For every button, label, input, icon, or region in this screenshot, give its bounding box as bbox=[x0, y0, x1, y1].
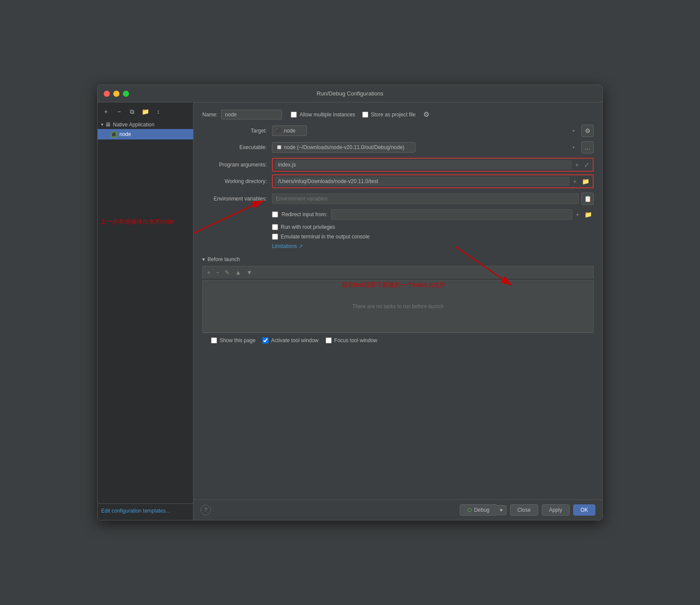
before-launch-toolbar: + − ✎ ▲ ▼ bbox=[202, 266, 594, 279]
env-vars-label: Environment variables: bbox=[202, 196, 272, 202]
ok-button[interactable]: OK bbox=[573, 504, 595, 516]
focus-window-checkbox[interactable] bbox=[326, 337, 332, 343]
redirect-row: Redirect input from: + 📁 bbox=[202, 209, 594, 220]
config-item-node[interactable]: ⬛ node bbox=[98, 129, 193, 139]
run-root-row: Run with root privileges bbox=[202, 224, 594, 230]
program-args-expand-button[interactable]: ⤢ bbox=[582, 160, 591, 169]
program-args-working-dir-section: Program arguments: + ⤢ Working directory… bbox=[202, 158, 594, 188]
traffic-lights bbox=[104, 91, 129, 97]
limitations-link[interactable]: Limitations ↗ bbox=[202, 243, 594, 249]
folder-config-button[interactable]: 📁 bbox=[140, 107, 150, 116]
debug-button[interactable]: ⬡ Debug bbox=[460, 504, 496, 516]
target-gear-button[interactable]: ⚙ bbox=[581, 125, 594, 137]
target-select-wrapper: ⬛ node bbox=[272, 126, 579, 136]
name-input[interactable] bbox=[221, 110, 282, 119]
redirect-input[interactable] bbox=[331, 209, 572, 220]
redirect-control: + 📁 bbox=[331, 209, 594, 220]
gear-button[interactable]: ⚙ bbox=[422, 109, 430, 119]
env-vars-input[interactable] bbox=[272, 194, 579, 204]
working-dir-border: + 📁 bbox=[272, 174, 594, 188]
bottom-options: Show this page Activate tool window Focu… bbox=[202, 333, 594, 348]
activate-window-label[interactable]: Activate tool window bbox=[262, 337, 319, 343]
emulate-terminal-label[interactable]: Emulate terminal in the output console bbox=[272, 234, 370, 240]
add-config-button[interactable]: + bbox=[101, 107, 111, 116]
form-area: Name: Allow multiple instances Store as … bbox=[194, 102, 602, 500]
content-area: + − ⧉ 📁 ↕ ▾ 🖥 Native Application ⬛ node … bbox=[98, 102, 602, 520]
launch-edit-button[interactable]: ✎ bbox=[223, 268, 231, 277]
apply-button[interactable]: Apply bbox=[542, 504, 570, 516]
executable-select-wrapper: 🔲 node (~/Downloads/node-v20.11.0/out/De… bbox=[272, 142, 579, 153]
target-select[interactable]: ⬛ node bbox=[272, 126, 307, 136]
maximize-button[interactable] bbox=[123, 91, 129, 97]
working-dir-browse-button[interactable]: 📁 bbox=[580, 177, 591, 186]
close-button[interactable]: Close bbox=[510, 504, 538, 516]
run-root-label[interactable]: Run with root privileges bbox=[272, 224, 335, 230]
program-args-input[interactable] bbox=[275, 160, 572, 170]
show-page-checkbox[interactable] bbox=[211, 337, 217, 343]
allow-multiple-label[interactable]: Allow multiple instances bbox=[291, 112, 355, 118]
env-vars-control: 📋 bbox=[272, 193, 594, 205]
help-button[interactable]: ? bbox=[200, 505, 211, 515]
env-vars-row: Environment variables: 📋 bbox=[202, 193, 594, 205]
working-dir-add-button[interactable]: + bbox=[571, 177, 578, 186]
redirect-checkbox[interactable] bbox=[272, 211, 278, 218]
focus-window-label[interactable]: Focus tool window bbox=[326, 337, 377, 343]
launch-remove-button[interactable]: − bbox=[214, 268, 221, 277]
launch-down-button[interactable]: ▼ bbox=[245, 268, 254, 277]
remove-config-button[interactable]: − bbox=[114, 107, 124, 116]
executable-select[interactable]: 🔲 node (~/Downloads/node-v20.11.0/out/De… bbox=[272, 142, 415, 153]
redirect-browse-button[interactable]: 📁 bbox=[583, 210, 594, 219]
category-native-application[interactable]: ▾ 🖥 Native Application bbox=[98, 120, 193, 129]
run-debug-dialog: Run/Debug Configurations + − ⧉ 📁 ↕ ▾ 🖥 N… bbox=[97, 85, 603, 520]
executable-browse-button[interactable]: … bbox=[581, 141, 594, 153]
sidebar-toolbar: + − ⧉ 📁 ↕ bbox=[98, 105, 193, 120]
working-dir-row: Working directory: + 📁 bbox=[202, 174, 594, 188]
before-launch-section: ▾ Before launch + − ✎ ▲ ▼ There are no t… bbox=[202, 256, 594, 333]
program-args-add-button[interactable]: + bbox=[574, 160, 581, 169]
env-vars-edit-button[interactable]: 📋 bbox=[581, 193, 594, 205]
program-args-border: + ⤢ bbox=[272, 158, 594, 172]
target-row: Target: ⬛ node ⚙ bbox=[202, 125, 594, 137]
footer: ? ⬡ Debug ▼ Close Apply OK bbox=[194, 500, 602, 520]
config-item-icon: ⬛ bbox=[111, 131, 117, 138]
before-launch-empty: There are no tasks to run before launch bbox=[202, 280, 594, 333]
before-launch-label: Before launch bbox=[207, 256, 240, 262]
copy-config-button[interactable]: ⧉ bbox=[127, 107, 137, 116]
name-options: Allow multiple instances Store as projec… bbox=[291, 109, 430, 119]
show-page-label[interactable]: Show this page bbox=[211, 337, 255, 343]
footer-left: ? bbox=[200, 505, 211, 515]
category-arrow: ▾ bbox=[101, 122, 103, 127]
program-args-row: Program arguments: + ⤢ bbox=[202, 158, 594, 172]
emulate-terminal-checkbox[interactable] bbox=[272, 234, 278, 240]
executable-label: Executable: bbox=[202, 144, 272, 150]
close-button[interactable] bbox=[104, 91, 110, 97]
category-icon: 🖥 bbox=[105, 121, 111, 128]
working-dir-input[interactable] bbox=[275, 177, 570, 186]
no-tasks-label: There are no tasks to run before launch bbox=[352, 303, 444, 309]
before-launch-header: ▾ Before launch bbox=[202, 256, 594, 262]
sidebar-bottom: Edit configuration templates... bbox=[98, 503, 193, 517]
edit-config-link[interactable]: Edit configuration templates... bbox=[101, 508, 170, 514]
redirect-checkbox-label[interactable]: Redirect input from: bbox=[202, 211, 327, 218]
sidebar: + − ⧉ 📁 ↕ ▾ 🖥 Native Application ⬛ node … bbox=[98, 102, 194, 520]
store-project-checkbox[interactable] bbox=[362, 112, 368, 118]
activate-window-checkbox[interactable] bbox=[262, 337, 268, 343]
category-label: Native Application bbox=[113, 122, 154, 128]
title-bar: Run/Debug Configurations bbox=[98, 85, 602, 102]
redirect-add-button[interactable]: + bbox=[574, 210, 581, 219]
name-row: Name: Allow multiple instances Store as … bbox=[202, 109, 594, 119]
allow-multiple-checkbox[interactable] bbox=[291, 112, 297, 118]
executable-row: Executable: 🔲 node (~/Downloads/node-v20… bbox=[202, 141, 594, 153]
working-dir-label: Working directory: bbox=[202, 178, 272, 184]
sort-config-button[interactable]: ↕ bbox=[153, 107, 163, 116]
debug-button-group: ⬡ Debug ▼ bbox=[460, 504, 506, 516]
debug-dropdown-button[interactable]: ▼ bbox=[496, 505, 506, 515]
target-label: Target: bbox=[202, 128, 272, 134]
debug-icon: ⬡ bbox=[467, 507, 472, 513]
minimize-button[interactable] bbox=[113, 91, 119, 97]
launch-add-button[interactable]: + bbox=[205, 268, 212, 277]
run-root-checkbox[interactable] bbox=[272, 224, 278, 230]
store-project-label[interactable]: Store as project file bbox=[362, 112, 416, 118]
executable-control: 🔲 node (~/Downloads/node-v20.11.0/out/De… bbox=[272, 141, 594, 153]
launch-up-button[interactable]: ▲ bbox=[233, 268, 243, 277]
